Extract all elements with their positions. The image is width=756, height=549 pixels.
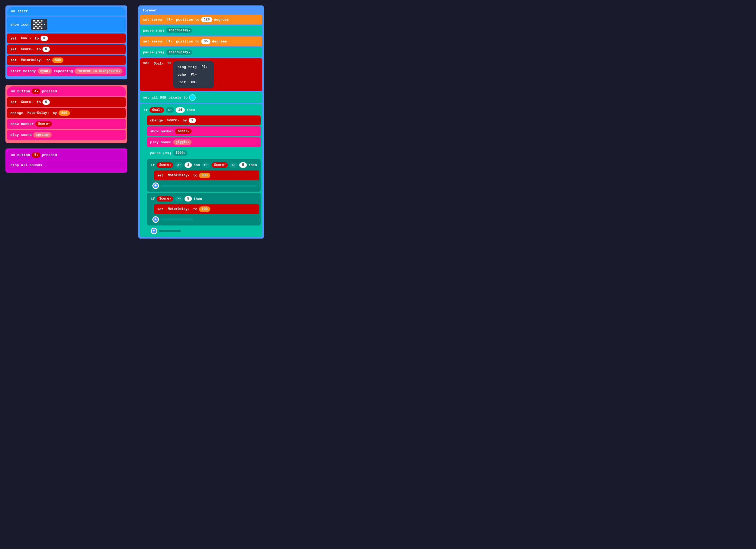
forever-block: forever set servo S1 position to 120 deg… xyxy=(138,5,264,238)
goal-forever-dropdown[interactable]: Goal xyxy=(151,61,166,66)
set-servo-1-block[interactable]: set servo S1 position to 120 degrees xyxy=(140,15,262,24)
color-picker[interactable] xyxy=(189,94,196,101)
motor-200-val[interactable]: 200 xyxy=(199,173,210,178)
set-motor-100-block[interactable]: set MotorDelay to 100 xyxy=(154,204,259,214)
if-score1-op1[interactable]: ≥ xyxy=(175,162,183,168)
btn-a-show-number[interactable]: show number Score xyxy=(7,119,126,129)
pause-5000-block[interactable]: pause (ms) 5000 xyxy=(147,148,261,158)
ping-trig-row: ping trig P0 xyxy=(177,64,209,70)
set-motor-block[interactable]: set MotorDelay to 500 xyxy=(7,55,126,65)
btn-a-play-sound[interactable]: play sound spring xyxy=(7,130,126,140)
on-button-b-group: on button B pressed stop all sounds xyxy=(5,148,127,173)
forever-header: forever xyxy=(140,7,262,14)
show-icon-block[interactable]: show icon ▼ xyxy=(7,17,126,32)
if-score2-op[interactable]: > xyxy=(175,196,183,201)
melody-mode-dropdown[interactable]: forever in background xyxy=(74,68,122,74)
if-score2-val[interactable]: 5 xyxy=(185,196,192,201)
btn-a-motor-dropdown[interactable]: MotorDelay xyxy=(25,110,51,116)
start-melody-block[interactable]: start melody nyan repeating forever in b… xyxy=(7,66,126,76)
pause-5000-val[interactable]: 5000 xyxy=(173,150,188,156)
show-score-block[interactable]: show number Score xyxy=(147,126,261,136)
btn-a-motor-val[interactable]: 500 xyxy=(59,110,70,116)
on-start-hat[interactable]: on start xyxy=(7,7,126,16)
if-goal-val[interactable]: 14 xyxy=(176,107,185,113)
servo-1-val[interactable]: 120 xyxy=(201,17,213,22)
giggle-dropdown[interactable]: giggle xyxy=(173,139,192,145)
set-servo-2-block[interactable]: set servo S1 position to 85 degrees xyxy=(140,36,262,46)
goal-dropdown[interactable]: Goal xyxy=(18,36,33,41)
change-score-var[interactable]: Score xyxy=(164,118,181,123)
if-goal-var[interactable]: Goal xyxy=(149,107,164,113)
set-rgb-block[interactable]: set all RGB pixels to xyxy=(140,92,262,103)
set-goal-block[interactable]: set Goal to 0 xyxy=(7,33,126,43)
if-score2-var[interactable]: Score xyxy=(156,196,173,201)
btn-a-change-motor[interactable]: change MotorDelay by 500 xyxy=(7,108,126,118)
if-score-1-header: if Score ≥ 3 and ▼ Score ≤ 5 then xyxy=(149,161,259,169)
play-giggle-block[interactable]: play sound giggle xyxy=(147,137,261,147)
workspace: on start show icon ▼ set xyxy=(5,5,751,238)
if-score1-op2[interactable]: ▼ xyxy=(202,162,210,168)
plus-btn-3[interactable]: + xyxy=(151,228,157,234)
if-goal-body: change Score by 1 show number Score play… xyxy=(142,115,261,235)
echo-pin-dropdown[interactable]: P1 xyxy=(188,72,199,77)
btn-a-show-score-dropdown[interactable]: Score xyxy=(35,121,52,127)
ping-popup: ping trig P0 echo P1 unit cm xyxy=(173,61,214,88)
on-button-a-group: on button A pressed set Score to 0 chang… xyxy=(5,85,127,143)
pause-1-var[interactable]: MotorDelay xyxy=(166,28,192,33)
set-goal-forever-block[interactable]: set Goal to ping trig P0 echo P1 unit c xyxy=(140,58,262,91)
trig-pin-dropdown[interactable]: P0 xyxy=(199,64,209,70)
ping-echo-row: echo P1 xyxy=(177,72,209,77)
if-score-1-block: if Score ≥ 3 and ▼ Score ≤ 5 then xyxy=(147,159,261,192)
plus-row-2: + xyxy=(149,215,259,224)
set-motor-200-block[interactable]: set MotorDelay to 200 xyxy=(154,170,259,180)
goal-value[interactable]: 0 xyxy=(41,36,48,41)
if-score1-val1[interactable]: 3 xyxy=(185,162,192,168)
servo-1-pin[interactable]: S1 xyxy=(164,17,174,22)
btn-a-set-score[interactable]: set Score to 0 xyxy=(7,97,126,107)
if-score1-var1[interactable]: Score xyxy=(156,162,173,168)
if-score-2-body: set MotorDelay to 100 xyxy=(149,204,259,214)
icon-selector[interactable]: ▼ xyxy=(31,19,47,30)
if-score1-var2[interactable]: Score xyxy=(211,162,228,168)
set-score-block[interactable]: set Score to 0 xyxy=(7,44,126,54)
plus-row-1: + xyxy=(149,181,259,190)
pause-1-block[interactable]: pause (ms) MotorDelay xyxy=(140,26,262,35)
motor-100-dropdown[interactable]: MotorDelay xyxy=(165,206,192,212)
plus-btn-1[interactable]: + xyxy=(152,182,159,189)
score-value[interactable]: 0 xyxy=(42,47,50,52)
show-score-var[interactable]: Score xyxy=(175,128,192,134)
if-score1-val2[interactable]: 5 xyxy=(239,162,247,168)
motor-dropdown[interactable]: MotorDelay xyxy=(18,57,45,63)
icon-grid xyxy=(33,20,42,29)
stop-label: stop all sounds xyxy=(10,163,42,167)
melody-dropdown[interactable]: nyan xyxy=(38,68,52,74)
btn-a-dropdown[interactable]: A xyxy=(32,88,40,94)
motor-100-val[interactable]: 100 xyxy=(199,206,210,212)
change-score-val[interactable]: 1 xyxy=(189,118,196,123)
if-score-1-body: set MotorDelay to 200 xyxy=(149,170,259,180)
if-goal-op[interactable]: ≤ xyxy=(166,107,174,113)
btn-a-score-dropdown[interactable]: Score xyxy=(18,99,35,105)
pause-2-block[interactable]: pause (ms) MotorDelay xyxy=(140,47,262,57)
unit-dropdown[interactable]: cm xyxy=(188,79,199,85)
motor-200-dropdown[interactable]: MotorDelay xyxy=(165,173,192,178)
servo-2-pin[interactable]: S1 xyxy=(164,39,174,44)
stop-all-sounds-block[interactable]: stop all sounds xyxy=(7,161,126,169)
motor-value[interactable]: 500 xyxy=(52,57,64,63)
on-start-group: on start show icon ▼ set xyxy=(5,5,127,79)
change-score-block[interactable]: change Score by 1 xyxy=(147,115,261,125)
btn-b-dropdown[interactable]: B xyxy=(32,152,40,158)
if-score-2-header: if Score > 5 then xyxy=(149,194,259,203)
on-start-label: on start xyxy=(11,9,28,13)
ping-unit-row: unit cm xyxy=(177,79,209,85)
plus-btn-2[interactable]: + xyxy=(152,216,159,223)
if-score1-op3[interactable]: ≤ xyxy=(229,162,238,168)
score-dropdown[interactable]: Score xyxy=(18,47,35,52)
pause-2-var[interactable]: MotorDelay xyxy=(166,50,192,55)
btn-a-sound-dropdown[interactable]: spring xyxy=(33,132,52,137)
btn-a-score-val[interactable]: 0 xyxy=(42,99,50,105)
servo-2-val[interactable]: 85 xyxy=(201,39,210,44)
on-button-a-hat[interactable]: on button A pressed xyxy=(7,86,126,96)
plus-row-3: + xyxy=(147,226,261,235)
on-button-b-hat[interactable]: on button B pressed xyxy=(7,150,126,160)
